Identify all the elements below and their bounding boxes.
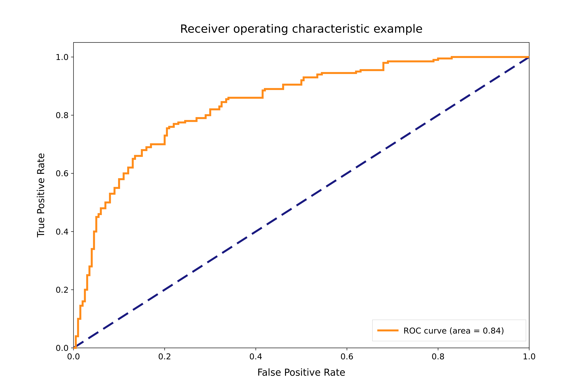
x-axis-label: False Positive Rate [257, 367, 345, 378]
reference-diagonal-line [74, 57, 529, 348]
x-tick-label: 1.0 [523, 352, 536, 361]
chart-container: Receiver operating characteristic exampl… [0, 0, 588, 392]
x-tick-label: 0.0 [67, 352, 80, 361]
x-tick-label: 0.4 [249, 352, 262, 361]
legend-label-roc: ROC curve (area = 0.84) [404, 326, 504, 336]
y-tick-label: 0.0 [56, 343, 68, 353]
roc-chart-svg: Receiver operating characteristic exampl… [0, 0, 588, 392]
plot-border [74, 42, 529, 348]
y-tick-label: 0.6 [56, 169, 68, 178]
legend: ROC curve (area = 0.84) [372, 320, 526, 341]
x-tick-label: 0.6 [340, 352, 354, 361]
y-tick-label: 0.8 [56, 110, 68, 120]
y-tick-label: 0.2 [56, 285, 68, 295]
x-tick-label: 0.2 [158, 352, 171, 361]
chart-title: Receiver operating characteristic exampl… [180, 22, 422, 36]
x-tick-label: 0.8 [432, 352, 444, 361]
x-axis: 0.00.20.40.60.81.0 [67, 348, 536, 361]
plot-area [74, 42, 529, 348]
y-tick-label: 0.4 [56, 227, 68, 236]
y-axis: 0.00.20.40.60.81.0 [56, 52, 74, 353]
y-tick-label: 1.0 [56, 52, 68, 62]
y-axis-label: True Positive Rate [35, 153, 46, 238]
